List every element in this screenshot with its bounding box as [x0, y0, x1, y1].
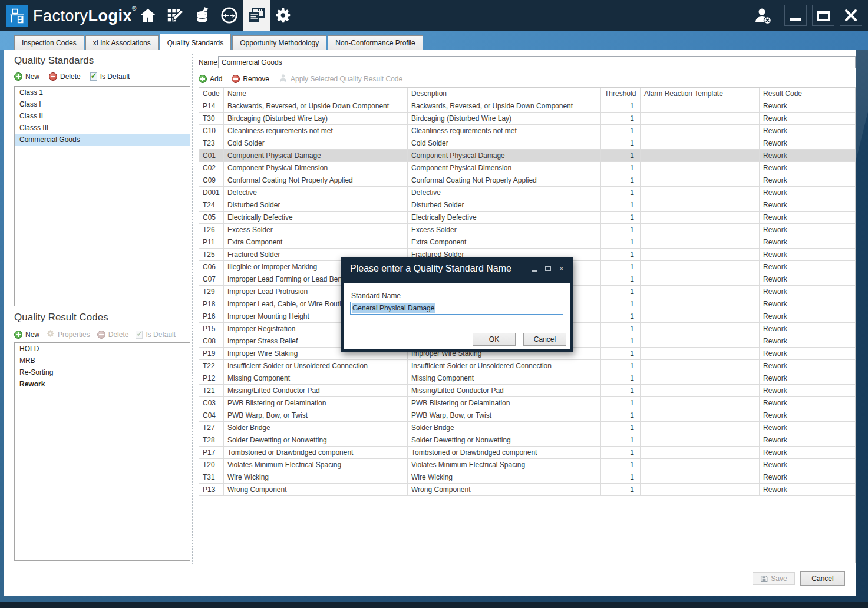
- tab-non-conformance-profile[interactable]: Non-Conformance Profile: [328, 35, 423, 50]
- column-header-threshold[interactable]: Threshold: [601, 88, 641, 100]
- tab-opportunity-methodology[interactable]: Opportunity Methodology: [232, 35, 326, 50]
- cell-description: Excess Solder: [408, 224, 601, 236]
- table-row-c09[interactable]: C09Conformal Coating Not Properly Applie…: [199, 174, 855, 187]
- logoff-user-icon[interactable]: [753, 5, 774, 27]
- forms-icon[interactable]: [243, 0, 270, 31]
- result-codes-isdefault-button[interactable]: Is Default: [136, 331, 176, 339]
- column-header-code[interactable]: Code: [199, 88, 224, 100]
- table-row-t27[interactable]: T27Solder BridgeSolder Bridge1Rework: [199, 422, 855, 434]
- tab-xlink-associations[interactable]: xLink Associations: [85, 35, 159, 50]
- transfer-circle-icon[interactable]: [216, 0, 243, 31]
- standards-new-button[interactable]: New: [14, 72, 39, 81]
- cell-result-code: Rework: [760, 162, 855, 174]
- cell-name: Extra Component: [224, 236, 408, 249]
- cell-description: Solder Bridge: [408, 422, 601, 434]
- apply-result-code-button[interactable]: AB Apply Selected Quality Result Code: [279, 74, 402, 84]
- table-row-c05[interactable]: C05Electrically DefectiveElectrically De…: [199, 212, 855, 224]
- table-row-t20[interactable]: T20Violates Minimum Electrical SpacingVi…: [199, 459, 855, 471]
- cell-result-code: Rework: [760, 422, 855, 434]
- cell-name: PWB Warp, Bow, or Twist: [224, 409, 408, 422]
- home-icon[interactable]: [134, 0, 161, 31]
- table-row-t24[interactable]: T24Disturbed SolderDisturbed Solder1Rewo…: [199, 199, 855, 212]
- minimize-icon[interactable]: [784, 5, 807, 26]
- column-header-name[interactable]: Name: [224, 88, 408, 100]
- save-button[interactable]: Save: [753, 572, 795, 585]
- cancel-button[interactable]: Cancel: [800, 571, 845, 586]
- cell-name: Cleanliness requirements not met: [224, 125, 408, 137]
- close-icon[interactable]: [840, 5, 862, 26]
- list-item-class-i[interactable]: Class I: [15, 98, 190, 110]
- cell-name: Cold Solder: [224, 137, 408, 150]
- maximize-icon[interactable]: [812, 5, 834, 26]
- table-row-c10[interactable]: C10Cleanliness requirements not metClean…: [199, 125, 855, 137]
- standard-name-input[interactable]: [218, 56, 856, 68]
- panel-splitter[interactable]: [192, 53, 193, 564]
- list-item-mrb[interactable]: MRB: [15, 355, 190, 366]
- table-row-c01[interactable]: C01Component Physical DamageComponent Ph…: [199, 150, 855, 162]
- cell-code: C02: [199, 162, 224, 174]
- table-row-c03[interactable]: C03PWB Blistering or DelaminationPWB Bli…: [199, 397, 855, 409]
- add-code-button[interactable]: Add: [199, 75, 222, 83]
- table-row-t22[interactable]: T22Insufficient Solder or Unsoldered Con…: [199, 360, 855, 372]
- cell-code: C05: [199, 212, 224, 224]
- list-item-rework[interactable]: Rework: [15, 378, 190, 390]
- cell-result-code: Rework: [760, 335, 855, 348]
- table-row-t23[interactable]: T23Cold SolderCold Solder1Rework: [199, 137, 855, 150]
- dialog-cancel-button[interactable]: Cancel: [523, 333, 566, 346]
- cell-name: Missing Component: [224, 372, 408, 385]
- column-header-result-code[interactable]: Result Code: [760, 88, 855, 100]
- cell-name: Disturbed Solder: [224, 199, 408, 212]
- result-codes-properties-button[interactable]: Properties: [47, 329, 90, 339]
- dialog-ok-button[interactable]: OK: [473, 333, 516, 346]
- cell-alarm-reaction-template: [641, 125, 760, 137]
- list-item-class-1[interactable]: Class 1: [15, 87, 190, 98]
- list-item-classs-iii[interactable]: Classs III: [15, 122, 190, 134]
- table-row-d001[interactable]: D001DefectiveDefective1Rework: [199, 187, 855, 199]
- cell-alarm-reaction-template: [641, 471, 760, 484]
- add-circle-icon: [14, 72, 22, 81]
- workbench-icon: [9, 8, 25, 24]
- cell-result-code: Rework: [760, 447, 855, 459]
- table-row-t26[interactable]: T26Excess SolderExcess Solder1Rework: [199, 224, 855, 236]
- table-row-t30[interactable]: T30Birdcaging (Disturbed Wire Lay)Birdca…: [199, 113, 855, 125]
- table-row-t28[interactable]: T28Solder Dewetting or NonwettingSolder …: [199, 434, 855, 447]
- cell-code: P13: [199, 484, 224, 496]
- list-item-hold[interactable]: HOLD: [15, 343, 190, 355]
- dialog-maximize-icon[interactable]: [545, 266, 551, 271]
- table-row-c02[interactable]: C02Component Physical DimensionComponent…: [199, 162, 855, 174]
- cell-name: Solder Bridge: [224, 422, 408, 434]
- table-row-p17[interactable]: P17Tombstoned or Drawbridged componentTo…: [199, 447, 855, 459]
- result-codes-delete-button[interactable]: Delete: [97, 331, 129, 339]
- result-codes-new-button[interactable]: New: [14, 331, 39, 339]
- list-item-re-sorting[interactable]: Re-Sorting: [15, 366, 190, 378]
- table-row-p13[interactable]: P13Wrong ComponentWrong Component1Rework: [199, 484, 855, 496]
- remove-code-button[interactable]: Remove: [232, 75, 269, 83]
- cell-alarm-reaction-template: [641, 372, 760, 385]
- standards-isdefault-button[interactable]: Is Default: [90, 72, 130, 81]
- table-row-p12[interactable]: P12Missing ComponentMissing Component1Re…: [199, 372, 855, 385]
- tab-quality-standards[interactable]: Quality Standards: [160, 34, 231, 50]
- list-item-class-ii[interactable]: Class II: [15, 110, 190, 122]
- table-row-p14[interactable]: P14Backwards, Reversed, or Upside Down C…: [199, 100, 855, 113]
- cell-code: P17: [199, 447, 224, 459]
- list-item-commercial-goods[interactable]: Commercial Goods: [15, 134, 190, 146]
- cell-alarm-reaction-template: [641, 261, 760, 273]
- column-header-description[interactable]: Description: [408, 88, 601, 100]
- settings-gear-icon[interactable]: [270, 0, 297, 31]
- table-row-t21[interactable]: T21Missing/Lifted Conductor PadMissing/L…: [199, 385, 855, 397]
- dialog-close-icon[interactable]: ×: [559, 266, 564, 272]
- dialog-minimize-icon[interactable]: [532, 270, 537, 272]
- table-row-t31[interactable]: T31Wire WickingWire Wicking1Rework: [199, 471, 855, 484]
- table-row-c04[interactable]: C04PWB Warp, Bow, or TwistPWB Warp, Bow,…: [199, 409, 855, 422]
- column-header-alarm-reaction-template[interactable]: Alarm Reaction Template: [641, 88, 760, 100]
- planning-grid-pencil-icon[interactable]: [161, 0, 189, 31]
- materials-stack-icon[interactable]: [189, 0, 216, 31]
- standard-name-field[interactable]: General Physical Damage: [350, 302, 563, 315]
- remove-circle-icon: [49, 72, 57, 81]
- standards-delete-button[interactable]: Delete: [49, 72, 81, 81]
- cell-code: T26: [199, 224, 224, 236]
- cell-code: C06: [199, 261, 224, 273]
- tab-inspection-codes[interactable]: Inspection Codes: [14, 35, 84, 50]
- cell-code: P15: [199, 323, 224, 335]
- table-row-p11[interactable]: P11Extra ComponentExtra Component1Rework: [199, 236, 855, 249]
